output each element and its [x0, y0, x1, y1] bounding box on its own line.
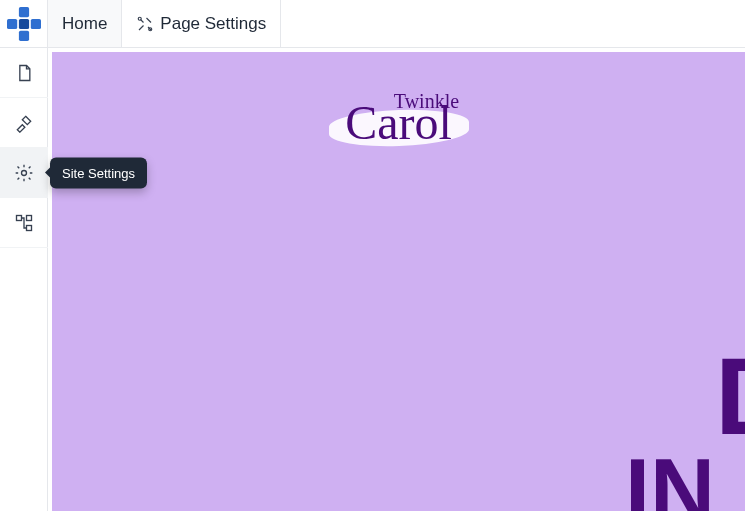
app-logo[interactable] — [0, 0, 48, 47]
svg-point-7 — [22, 170, 27, 175]
gear-icon — [14, 163, 34, 183]
tab-label: Home — [62, 14, 107, 34]
tab-label: Page Settings — [160, 14, 266, 34]
tab-page-settings[interactable]: Page Settings — [122, 0, 281, 47]
hero-text-partial: D IN — [715, 352, 745, 503]
app-logo-icon — [7, 7, 41, 41]
canvas-area: Twinkle Carol D IN — [48, 48, 745, 511]
svg-rect-0 — [18, 7, 28, 17]
tooltip-label: Site Settings — [62, 165, 135, 180]
svg-point-5 — [139, 17, 142, 20]
main-body: Site Settings Twinkle Carol D IN — [0, 48, 745, 511]
svg-rect-1 — [7, 18, 17, 28]
tools-icon — [136, 15, 154, 33]
left-sidebar: Site Settings — [0, 48, 48, 511]
top-toolbar: Home Page Settings — [0, 0, 745, 48]
site-logo: Twinkle Carol — [319, 88, 479, 140]
svg-rect-2 — [30, 18, 40, 28]
design-tools-icon — [14, 113, 34, 133]
tooltip-site-settings: Site Settings — [50, 157, 147, 188]
sidebar-item-structure[interactable] — [0, 198, 48, 248]
svg-rect-4 — [18, 18, 28, 28]
svg-rect-9 — [27, 215, 32, 220]
sidebar-item-design[interactable] — [0, 98, 48, 148]
svg-rect-10 — [27, 225, 32, 230]
sidebar-item-pages[interactable] — [0, 48, 48, 98]
tab-home[interactable]: Home — [48, 0, 122, 47]
page-canvas[interactable]: Twinkle Carol D IN — [52, 52, 745, 511]
sidebar-item-site-settings[interactable]: Site Settings — [0, 148, 48, 198]
hero-letters-in: IN — [625, 460, 715, 511]
hero-letter-d: D — [715, 352, 745, 440]
svg-rect-8 — [17, 215, 22, 220]
logo-line-2: Carol — [319, 109, 479, 138]
file-icon — [14, 63, 34, 83]
svg-rect-3 — [18, 30, 28, 40]
tree-icon — [14, 213, 34, 233]
